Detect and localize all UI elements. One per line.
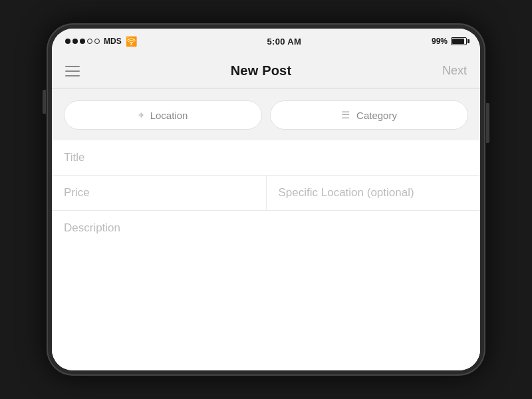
phone-screen: MDS 🛜 5:00 AM 99% New Post Next <box>52 29 480 370</box>
phone-shell: MDS 🛜 5:00 AM 99% New Post Next <box>47 23 485 376</box>
next-button[interactable]: Next <box>442 64 467 78</box>
signal-dots <box>65 39 100 44</box>
location-pin-icon: ⌖ <box>138 109 144 121</box>
carrier-label: MDS <box>104 37 122 46</box>
signal-dot-5 <box>94 39 100 44</box>
hamburger-line-2 <box>65 70 80 72</box>
location-tag-button[interactable]: ⌖ Location <box>64 100 262 130</box>
signal-dot-3 <box>80 39 85 44</box>
battery-percent: 99% <box>432 37 448 46</box>
price-field[interactable]: Price <box>52 176 267 210</box>
category-list-icon: ☰ <box>341 109 350 121</box>
signal-dot-1 <box>65 39 70 44</box>
nav-bar: New Post Next <box>52 54 480 88</box>
status-right: 99% <box>432 37 467 46</box>
content-area: ⌖ Location ☰ Category Title Price <box>52 88 480 370</box>
menu-button[interactable] <box>65 66 80 76</box>
battery-wrapper <box>451 37 467 45</box>
page-title: New Post <box>231 63 292 78</box>
location-tag-label: Location <box>150 110 188 121</box>
hamburger-line-3 <box>65 75 80 76</box>
battery-icon <box>451 37 467 45</box>
status-left: MDS 🛜 <box>65 36 137 47</box>
wifi-icon: 🛜 <box>126 36 137 47</box>
battery-fill <box>452 39 464 44</box>
side-button-left <box>43 90 46 114</box>
description-placeholder: Description <box>64 221 120 234</box>
price-placeholder: Price <box>64 186 90 200</box>
signal-dot-4 <box>87 39 92 44</box>
description-field[interactable]: Description <box>52 211 480 370</box>
price-location-row: Price Specific Location (optional) <box>52 176 480 211</box>
status-bar: MDS 🛜 5:00 AM 99% <box>52 29 480 54</box>
form-fields: Title Price Specific Location (optional)… <box>52 140 480 370</box>
tag-row: ⌖ Location ☰ Category <box>52 88 480 140</box>
specific-location-placeholder: Specific Location (optional) <box>279 186 414 200</box>
specific-location-field[interactable]: Specific Location (optional) <box>267 176 481 210</box>
title-field-row[interactable]: Title <box>52 140 480 176</box>
status-time: 5:00 AM <box>267 37 301 47</box>
side-button-right <box>486 103 489 143</box>
category-tag-button[interactable]: ☰ Category <box>270 100 468 130</box>
category-tag-label: Category <box>356 110 397 121</box>
title-placeholder: Title <box>64 151 85 164</box>
hamburger-line-1 <box>65 66 80 67</box>
signal-dot-2 <box>72 39 78 44</box>
